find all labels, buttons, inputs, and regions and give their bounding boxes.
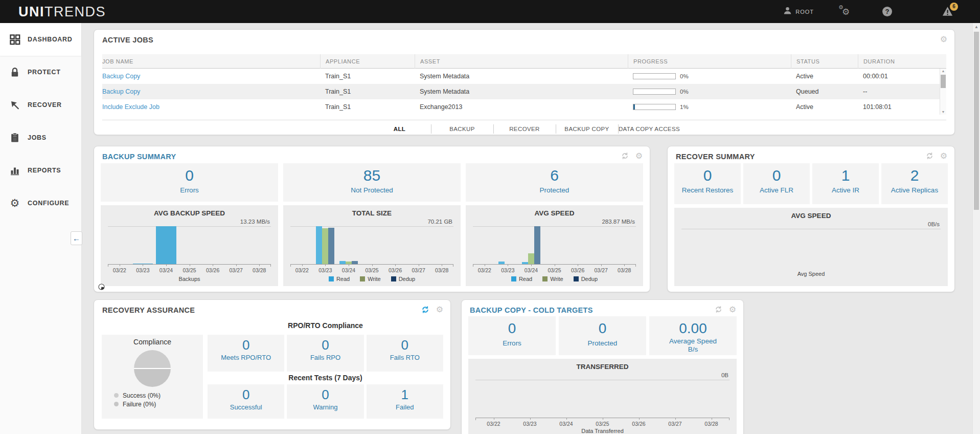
stat-tile-errors[interactable]: 0 Errors [101, 163, 278, 202]
scroll-up-icon[interactable]: ▲ [973, 23, 980, 31]
chart-category-slot [201, 227, 224, 264]
refresh-icon[interactable] [621, 151, 629, 160]
asset-cell: System Metadata [415, 69, 628, 84]
sidebar-item-configure[interactable]: ⚙ CONFIGURE [0, 187, 81, 220]
job-name-link[interactable]: Include Exclude Job [102, 103, 159, 111]
x-tick-label: 03/23 [314, 267, 337, 273]
dashboard-grid-icon [9, 34, 20, 45]
refresh-icon[interactable] [421, 305, 430, 314]
sidebar-item-protect[interactable]: PROTECT [0, 56, 81, 89]
col-header-asset[interactable]: ASSET [415, 54, 628, 69]
x-tick-label: 03/24 [337, 267, 360, 273]
stat-tile-average-speed[interactable]: 0.00 Average Speed B/s [649, 316, 737, 355]
alerts-button[interactable]: 6 [942, 0, 953, 23]
sidebar-item-recover[interactable]: RECOVER [0, 89, 81, 121]
stat-tile-active-ir[interactable]: 1 Active IR [812, 163, 879, 204]
x-tick-label: 03/26 [621, 421, 657, 427]
scrollbar-thumb[interactable] [941, 75, 946, 88]
chart-category-slot [543, 227, 566, 264]
stat-tile-successful[interactable]: 0 Successful [208, 384, 284, 419]
panel-settings-icon[interactable]: ⚙ [436, 305, 443, 314]
appliance-cell: Train_S1 [320, 69, 415, 84]
stat-tile-meets-rpo-rto[interactable]: 0 Meets RPO/RTO [208, 335, 284, 372]
stat-tile-not-protected[interactable]: 85 Not Protected [283, 163, 461, 202]
job-name-link[interactable]: Backup Copy [102, 73, 140, 80]
stat-tile-errors[interactable]: 0 Errors [468, 316, 556, 355]
col-header-job-name[interactable]: JOB NAME [102, 54, 320, 69]
refresh-icon[interactable] [714, 305, 723, 314]
x-tick-label: 03/28 [247, 267, 271, 273]
legend-swatch [360, 276, 365, 281]
x-tick-label: 03/25 [584, 421, 621, 427]
legend-swatch [391, 276, 396, 281]
tab-backup[interactable]: BACKUP [431, 124, 493, 134]
page-scrollbar[interactable]: ▲ [972, 23, 980, 434]
chart-category-slot [360, 227, 384, 264]
recovery-assurance-panel: RECOVERY ASSURANCE ⚙ RPO/RTO Compliance … [94, 299, 451, 430]
sidebar-item-jobs[interactable]: JOBS [0, 121, 81, 154]
table-scrollbar[interactable]: ▲ ▼ [940, 69, 946, 115]
stat-tile-fails-rto[interactable]: 0 Fails RTO [367, 335, 443, 372]
stat-tile-recent-restores[interactable]: 0 Recent Restores [674, 163, 741, 204]
panel-settings-icon[interactable]: ⚙ [940, 35, 947, 44]
chart-category-slot [247, 227, 271, 264]
legend-dot [114, 402, 119, 406]
scrollbar-thumb[interactable] [974, 32, 979, 210]
chart-title: TRANSFERRED [475, 363, 730, 372]
sidebar-item-dashboard[interactable]: DASHBOARD [0, 23, 81, 56]
chart-category-slot [496, 227, 520, 264]
tab-recover[interactable]: RECOVER [493, 124, 556, 134]
chart-x-axis [475, 418, 730, 420]
tab-all[interactable]: ALL [369, 124, 431, 134]
backup-copy-stats: 0 Errors 0 Protected 0.00 Average Speed … [468, 316, 737, 355]
table-header-row: JOB NAME APPLIANCE ASSET PROGRESS STATUS… [102, 54, 946, 69]
x-tick-label: 03/23 [131, 267, 155, 273]
col-header-status[interactable]: STATUS [791, 54, 858, 69]
scroll-down-icon[interactable]: ▼ [940, 110, 946, 115]
col-header-appliance[interactable]: APPLIANCE [320, 54, 415, 69]
x-tick-label: 03/26 [566, 267, 589, 273]
chart-title: AVG SPEED [681, 212, 941, 221]
user-menu[interactable]: ROOT [783, 0, 814, 23]
progress-label: 0% [680, 84, 689, 99]
active-jobs-table: JOB NAME APPLIANCE ASSET PROGRESS STATUS… [102, 54, 946, 115]
settings-menu[interactable]: ⚙ ⚙ [838, 0, 852, 23]
recover-summary-charts: AVG SPEED0B/sAvg Speed [674, 208, 948, 286]
compliance-pie-chart [134, 350, 171, 387]
lock-icon [9, 67, 20, 78]
sidebar-item-reports[interactable]: REPORTS [0, 154, 81, 187]
appliance-cell: Train_S1 [320, 84, 415, 99]
x-tick-label: 03/28 [612, 267, 636, 273]
panel-settings-icon[interactable]: ⚙ [729, 305, 736, 314]
stat-tile-active-flr[interactable]: 0 Active FLR [743, 163, 810, 204]
help-button[interactable]: ? [882, 0, 892, 23]
x-tick-label: 03/22 [290, 267, 314, 273]
panel-settings-icon[interactable]: ⚙ [635, 151, 643, 160]
tab-backup-copy[interactable]: BACKUP COPY [556, 124, 618, 134]
col-header-progress[interactable]: PROGRESS [628, 54, 791, 69]
chart-x-label: Data Transferred [475, 428, 730, 434]
sidebar-collapse-button[interactable]: ← [71, 231, 82, 245]
refresh-icon[interactable] [925, 151, 934, 160]
backup-summary-charts: AVG BACKUP SPEED13.23 MB/s03/2203/2303/2… [101, 205, 643, 286]
stat-tile-protected[interactable]: 6 Protected [466, 163, 643, 202]
x-tick-label: 03/28 [693, 421, 730, 427]
stat-tile-failed[interactable]: 1 Failed [367, 384, 443, 419]
chart-plot-area [473, 226, 636, 264]
top-bar: UNITRENDS ROOT ⚙ ⚙ ? 6 [0, 0, 980, 23]
stat-tile-protected[interactable]: 0 Protected [559, 316, 646, 355]
avg-speed-chart: AVG SPEED283.87 MB/s03/2203/2303/2403/25… [466, 205, 643, 286]
stat-tile-warning[interactable]: 0 Warning [287, 384, 363, 419]
recovery-assurance-grid: 0 Meets RPO/RTO 0 Fails RPO 0 Fails RTO … [208, 335, 443, 419]
tab-data-copy-access[interactable]: DATA COPY ACCESS [618, 124, 680, 134]
stat-tile-fails-rpo[interactable]: 0 Fails RPO [287, 335, 363, 372]
scroll-up-icon[interactable]: ▲ [940, 69, 946, 74]
duration-cell: 00:00:01 [858, 69, 946, 84]
panel-settings-icon[interactable]: ⚙ [940, 151, 947, 160]
compliance-tile: ComplianceSuccess (0%)Failure (0%) [102, 335, 203, 419]
col-header-duration[interactable]: DURATION [858, 54, 946, 69]
chart-category-slot [657, 380, 693, 418]
legend-item: Dedup [574, 276, 598, 282]
stat-tile-active-replicas[interactable]: 2 Active Replicas [881, 163, 948, 204]
job-name-link[interactable]: Backup Copy [102, 88, 140, 95]
